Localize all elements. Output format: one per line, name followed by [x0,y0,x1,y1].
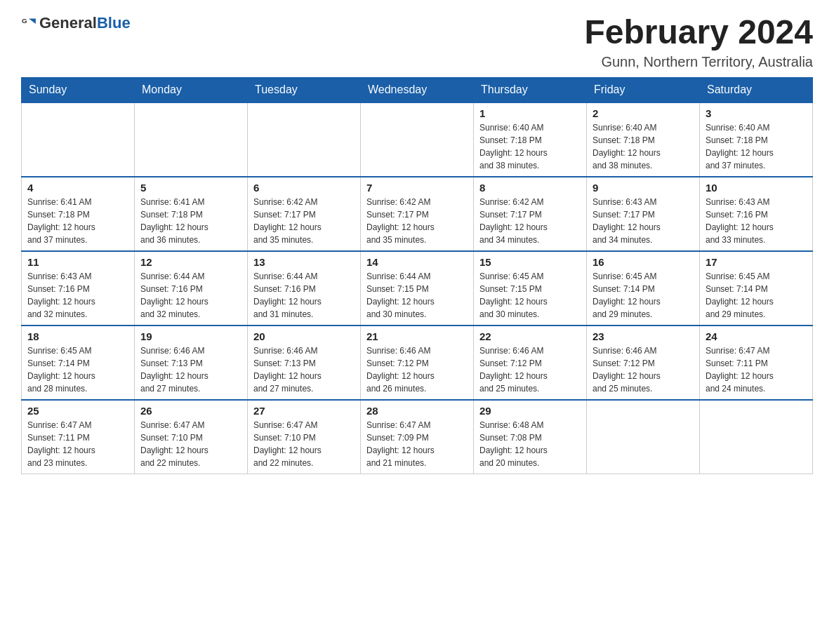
day-number: 11 [27,256,128,268]
day-number: 15 [479,256,581,268]
week-row-4: 18Sunrise: 6:45 AMSunset: 7:14 PMDayligh… [22,326,813,400]
calendar-cell: 3Sunrise: 6:40 AMSunset: 7:18 PMDaylight… [700,102,813,177]
calendar-cell [700,400,813,474]
day-info: Sunrise: 6:45 AMSunset: 7:14 PMDaylight:… [593,270,694,321]
day-info: Sunrise: 6:46 AMSunset: 7:12 PMDaylight:… [479,344,581,395]
day-info: Sunrise: 6:41 AMSunset: 7:18 PMDaylight:… [27,196,128,246]
calendar-cell: 15Sunrise: 6:45 AMSunset: 7:15 PMDayligh… [474,251,587,326]
calendar-header-row: SundayMondayTuesdayWednesdayThursdayFrid… [22,77,813,102]
day-info: Sunrise: 6:46 AMSunset: 7:13 PMDaylight:… [140,344,241,395]
day-number: 9 [593,182,694,194]
day-info: Sunrise: 6:45 AMSunset: 7:14 PMDaylight:… [27,344,128,395]
day-number: 5 [140,182,241,194]
week-row-3: 11Sunrise: 6:43 AMSunset: 7:16 PMDayligh… [22,251,813,326]
calendar-cell: 12Sunrise: 6:44 AMSunset: 7:16 PMDayligh… [135,251,248,326]
day-info: Sunrise: 6:47 AMSunset: 7:10 PMDaylight:… [140,419,241,469]
day-number: 27 [253,405,355,417]
page-header: G GeneralBlue February 2024 Gunn, Northe… [21,14,813,70]
calendar-cell: 5Sunrise: 6:41 AMSunset: 7:18 PMDaylight… [135,177,248,251]
day-info: Sunrise: 6:46 AMSunset: 7:13 PMDaylight:… [253,344,355,395]
day-number: 29 [479,405,581,417]
weekday-header-sunday: Sunday [22,77,135,102]
calendar-cell [22,102,135,177]
day-number: 7 [366,182,468,194]
day-number: 3 [706,107,807,119]
day-info: Sunrise: 6:40 AMSunset: 7:18 PMDaylight:… [479,121,581,172]
week-row-2: 4Sunrise: 6:41 AMSunset: 7:18 PMDaylight… [22,177,813,251]
day-info: Sunrise: 6:44 AMSunset: 7:16 PMDaylight:… [253,270,355,321]
day-info: Sunrise: 6:46 AMSunset: 7:12 PMDaylight:… [593,344,694,395]
weekday-header-friday: Friday [587,77,700,102]
day-info: Sunrise: 6:47 AMSunset: 7:11 PMDaylight:… [27,419,128,469]
calendar-cell: 27Sunrise: 6:47 AMSunset: 7:10 PMDayligh… [248,400,361,474]
day-info: Sunrise: 6:44 AMSunset: 7:15 PMDaylight:… [366,270,468,321]
calendar-cell: 25Sunrise: 6:47 AMSunset: 7:11 PMDayligh… [22,400,135,474]
day-info: Sunrise: 6:47 AMSunset: 7:10 PMDaylight:… [253,419,355,469]
day-info: Sunrise: 6:47 AMSunset: 7:11 PMDaylight:… [706,344,807,395]
logo-text-general: General [39,14,97,32]
calendar-cell: 24Sunrise: 6:47 AMSunset: 7:11 PMDayligh… [700,326,813,400]
calendar-cell: 29Sunrise: 6:48 AMSunset: 7:08 PMDayligh… [474,400,587,474]
logo-text-blue: Blue [97,14,131,32]
calendar-cell: 9Sunrise: 6:43 AMSunset: 7:17 PMDaylight… [587,177,700,251]
day-info: Sunrise: 6:48 AMSunset: 7:08 PMDaylight:… [479,419,581,469]
day-number: 14 [366,256,468,268]
day-info: Sunrise: 6:45 AMSunset: 7:15 PMDaylight:… [479,270,581,321]
subtitle: Gunn, Northern Territory, Australia [584,54,813,70]
calendar-cell [135,102,248,177]
day-info: Sunrise: 6:43 AMSunset: 7:16 PMDaylight:… [27,270,128,321]
calendar-cell: 11Sunrise: 6:43 AMSunset: 7:16 PMDayligh… [22,251,135,326]
day-number: 12 [140,256,241,268]
calendar-cell: 19Sunrise: 6:46 AMSunset: 7:13 PMDayligh… [135,326,248,400]
day-number: 24 [706,330,807,342]
calendar-cell: 10Sunrise: 6:43 AMSunset: 7:16 PMDayligh… [700,177,813,251]
logo: G GeneralBlue [21,14,131,32]
day-info: Sunrise: 6:41 AMSunset: 7:18 PMDaylight:… [140,196,241,246]
day-info: Sunrise: 6:40 AMSunset: 7:18 PMDaylight:… [706,121,807,172]
weekday-header-monday: Monday [135,77,248,102]
day-info: Sunrise: 6:45 AMSunset: 7:14 PMDaylight:… [706,270,807,321]
calendar-cell: 14Sunrise: 6:44 AMSunset: 7:15 PMDayligh… [361,251,474,326]
logo-icon: G [21,15,37,31]
day-info: Sunrise: 6:43 AMSunset: 7:16 PMDaylight:… [706,196,807,246]
calendar-cell: 23Sunrise: 6:46 AMSunset: 7:12 PMDayligh… [587,326,700,400]
calendar-cell: 20Sunrise: 6:46 AMSunset: 7:13 PMDayligh… [248,326,361,400]
calendar-cell: 28Sunrise: 6:47 AMSunset: 7:09 PMDayligh… [361,400,474,474]
week-row-5: 25Sunrise: 6:47 AMSunset: 7:11 PMDayligh… [22,400,813,474]
calendar-cell: 4Sunrise: 6:41 AMSunset: 7:18 PMDaylight… [22,177,135,251]
calendar-cell: 7Sunrise: 6:42 AMSunset: 7:17 PMDaylight… [361,177,474,251]
day-number: 13 [253,256,355,268]
day-number: 20 [253,330,355,342]
day-number: 22 [479,330,581,342]
day-number: 21 [366,330,468,342]
day-number: 2 [593,107,694,119]
calendar-cell [587,400,700,474]
svg-marker-1 [29,18,36,24]
day-info: Sunrise: 6:42 AMSunset: 7:17 PMDaylight:… [253,196,355,246]
weekday-header-wednesday: Wednesday [361,77,474,102]
day-number: 28 [366,405,468,417]
day-info: Sunrise: 6:43 AMSunset: 7:17 PMDaylight:… [593,196,694,246]
day-number: 8 [479,182,581,194]
weekday-header-thursday: Thursday [474,77,587,102]
day-info: Sunrise: 6:40 AMSunset: 7:18 PMDaylight:… [593,121,694,172]
svg-text:G: G [22,17,27,25]
day-number: 18 [27,330,128,342]
day-number: 17 [706,256,807,268]
day-number: 26 [140,405,241,417]
weekday-header-saturday: Saturday [700,77,813,102]
day-number: 4 [27,182,128,194]
calendar-cell: 17Sunrise: 6:45 AMSunset: 7:14 PMDayligh… [700,251,813,326]
calendar-cell [361,102,474,177]
calendar-cell: 26Sunrise: 6:47 AMSunset: 7:10 PMDayligh… [135,400,248,474]
day-number: 1 [479,107,581,119]
calendar-cell: 2Sunrise: 6:40 AMSunset: 7:18 PMDaylight… [587,102,700,177]
title-block: February 2024 Gunn, Northern Territory, … [584,14,813,70]
calendar-cell: 18Sunrise: 6:45 AMSunset: 7:14 PMDayligh… [22,326,135,400]
day-number: 19 [140,330,241,342]
day-info: Sunrise: 6:44 AMSunset: 7:16 PMDaylight:… [140,270,241,321]
calendar-cell: 13Sunrise: 6:44 AMSunset: 7:16 PMDayligh… [248,251,361,326]
day-number: 25 [27,405,128,417]
calendar-cell [248,102,361,177]
day-number: 16 [593,256,694,268]
